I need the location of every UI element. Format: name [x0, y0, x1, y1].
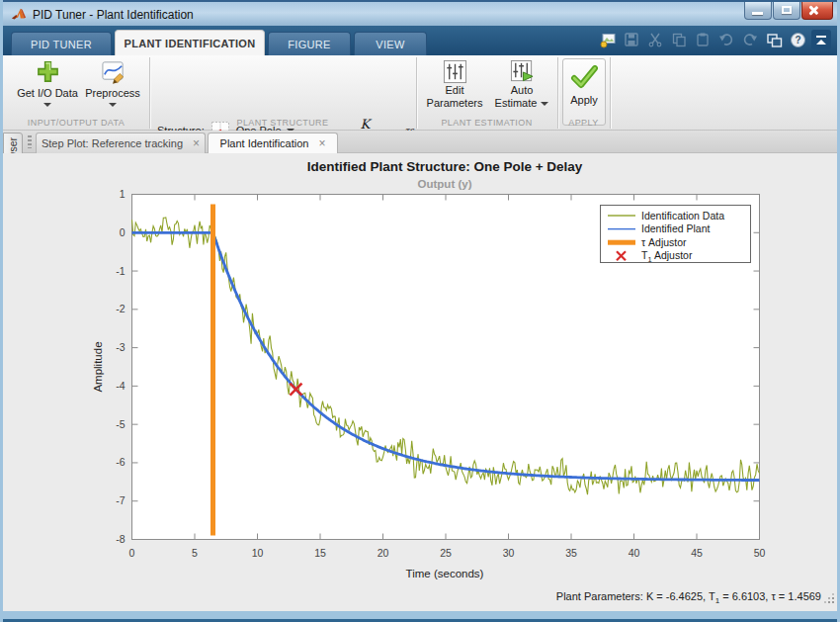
svg-text:?: ?: [795, 35, 800, 45]
svg-text:0: 0: [129, 547, 135, 559]
doc-tab-step-plot[interactable]: Step Plot: Reference tracking ×: [36, 133, 206, 153]
svg-text:τ Adjustor: τ Adjustor: [641, 236, 687, 248]
svg-text:Identified Plant: Identified Plant: [641, 222, 711, 234]
edit-parameters-button[interactable]: Edit Parameters: [422, 59, 487, 110]
resize-grip[interactable]: [824, 593, 834, 603]
section-label-apply: APPLY: [557, 118, 610, 128]
maximize-button[interactable]: [773, 2, 800, 20]
edit-parameters-label: Edit: [446, 84, 464, 97]
svg-text:1: 1: [120, 188, 126, 200]
svg-text:-1: -1: [116, 265, 125, 277]
tab-figure[interactable]: FIGURE: [268, 32, 351, 55]
figure-area: Identified Plant Structure: One Pole + D…: [3, 153, 837, 611]
cut-icon[interactable]: [645, 30, 665, 49]
auto-estimate-button[interactable]: Auto Estimate: [489, 59, 554, 110]
svg-text:45: 45: [691, 547, 703, 559]
redo-icon[interactable]: [740, 30, 760, 49]
edit-parameters-icon: [443, 59, 467, 84]
edit-parameters-label: Parameters: [427, 97, 483, 110]
chevron-down-icon: [43, 103, 51, 107]
svg-text:-8: -8: [116, 533, 125, 545]
tab-view[interactable]: VIEW: [354, 32, 427, 55]
svg-text:50: 50: [754, 547, 766, 559]
chevron-down-icon: [109, 103, 117, 107]
panel-grip[interactable]: [28, 135, 32, 148]
ribbon: Get I/O Data Preprocess Structure:: [3, 55, 837, 131]
quick-access-toolbar: ?: [594, 30, 807, 49]
apply-button[interactable]: Apply: [562, 58, 606, 126]
chevron-down-icon: [541, 102, 548, 106]
svg-text:40: 40: [629, 547, 640, 559]
svg-text:35: 35: [565, 547, 577, 559]
close-icon[interactable]: ×: [193, 138, 200, 148]
svg-text:30: 30: [503, 547, 515, 559]
plant-parameters-text: Plant Parameters: K = -6.4625, T1 = 6.61…: [556, 590, 821, 605]
svg-text:Amplitude: Amplitude: [92, 341, 104, 392]
preprocess-label: Preprocess: [85, 87, 140, 99]
status-bar: Plant Parameters: K = -6.4625, T1 = 6.61…: [3, 583, 837, 611]
svg-text:5: 5: [192, 547, 198, 559]
copy-icon[interactable]: [669, 30, 689, 49]
svg-text:15: 15: [314, 547, 326, 559]
svg-text:25: 25: [440, 547, 452, 559]
auto-estimate-label: Estimate: [495, 97, 538, 110]
section-label-io: INPUT/OUTPUT DATA: [3, 118, 149, 128]
undo-icon[interactable]: [716, 30, 736, 49]
plus-icon: [36, 59, 60, 84]
get-io-data-label: Get I/O Data: [17, 87, 78, 99]
window-titlebar: PID Tuner - Plant Identification: [3, 0, 837, 26]
apply-label: Apply: [570, 94, 598, 106]
auto-estimate-icon: [510, 59, 535, 84]
apply-check-icon: [570, 65, 598, 89]
window-title: PID Tuner - Plant Identification: [33, 8, 194, 22]
export-figure-icon[interactable]: [598, 30, 618, 49]
svg-text:-2: -2: [116, 303, 125, 314]
svg-text:-7: -7: [116, 494, 125, 506]
collapse-ribbon-icon[interactable]: [811, 30, 831, 49]
close-icon[interactable]: ×: [318, 138, 325, 148]
identification-chart[interactable]: Identified Plant Structure: One Pole + D…: [3, 153, 837, 583]
ribbon-divider: [610, 57, 611, 129]
svg-text:Time (seconds): Time (seconds): [406, 568, 484, 579]
get-io-data-button[interactable]: Get I/O Data: [13, 59, 82, 107]
section-label-structure: PLANT STRUCTURE: [149, 118, 416, 128]
svg-text:-4: -4: [116, 380, 125, 392]
doc-tab-plant-identification[interactable]: Plant Identification ×: [208, 133, 338, 153]
window-bottom-border: [3, 611, 837, 622]
minimize-button[interactable]: [744, 2, 772, 20]
save-icon[interactable]: [622, 30, 641, 49]
preprocess-button[interactable]: Preprocess: [78, 59, 147, 107]
svg-text:Output (y): Output (y): [418, 178, 472, 190]
section-label-estimation: PLANT ESTIMATION: [416, 118, 557, 128]
layout-windows-icon[interactable]: [764, 30, 784, 49]
svg-text:20: 20: [378, 547, 389, 559]
svg-text:0: 0: [120, 226, 126, 238]
help-icon[interactable]: ?: [788, 30, 807, 49]
svg-text:10: 10: [252, 547, 264, 559]
auto-estimate-label: Auto: [511, 84, 534, 97]
paste-icon[interactable]: [693, 30, 713, 49]
svg-text:-3: -3: [116, 341, 125, 353]
close-button[interactable]: [801, 2, 833, 20]
chart-legend: Identification DataIdentified Plantτ Adj…: [601, 206, 751, 264]
matlab-logo-icon: [11, 7, 27, 23]
tab-pid-tuner[interactable]: PID TUNER: [11, 32, 112, 55]
document-tab-bar: Step Plot: Reference tracking × Plant Id…: [3, 131, 837, 153]
svg-text:Identified Plant Structure: On: Identified Plant Structure: One Pole + D…: [307, 159, 583, 174]
svg-text:-6: -6: [116, 456, 125, 468]
svg-text:Identification Data: Identification Data: [641, 210, 724, 222]
app-window: PID Tuner - Plant Identification PID TUN…: [0, 0, 840, 622]
tab-plant-identification[interactable]: PLANT IDENTIFICATION: [115, 30, 265, 55]
svg-text:-5: -5: [116, 418, 125, 430]
preprocess-icon: [101, 59, 126, 84]
